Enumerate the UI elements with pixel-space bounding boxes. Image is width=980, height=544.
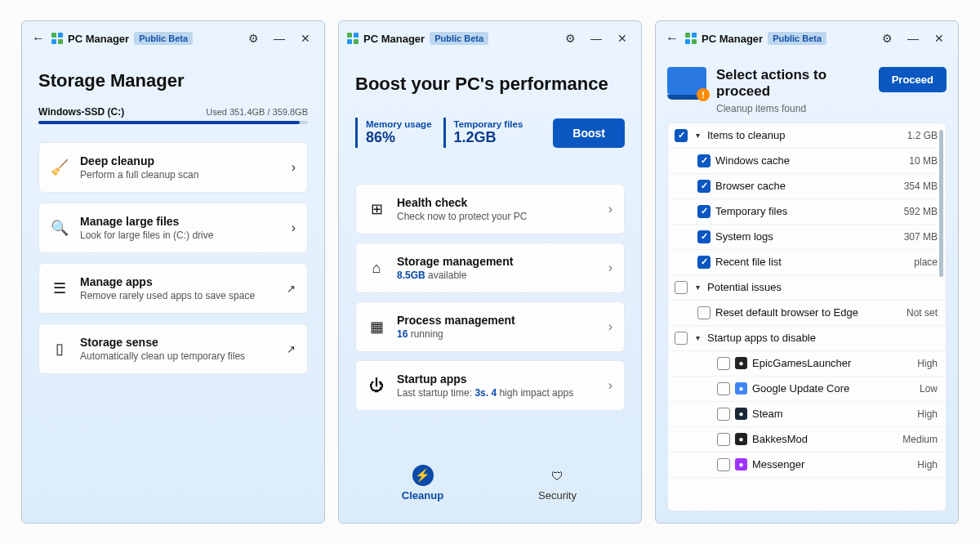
group-items-to-cleanup[interactable]: ▾ Items to cleanup 1.2 GB <box>668 123 946 149</box>
drive-usage-bar <box>38 121 308 124</box>
boost-button[interactable]: Boost <box>553 118 625 148</box>
card-manage-apps[interactable]: ☰ Manage apps Remove rarely used apps to… <box>38 263 308 314</box>
back-button[interactable]: ← <box>30 31 47 46</box>
list-item[interactable]: ●Google Update CoreLow <box>668 377 946 402</box>
list-item[interactable]: Reset default browser to EdgeNot set <box>668 301 946 326</box>
minimize-button[interactable]: — <box>586 28 607 49</box>
minimize-button[interactable]: — <box>902 28 924 49</box>
titlebar: ← PC Manager Public Beta ⚙ — ✕ <box>656 21 958 56</box>
card-subtitle: Perform a full cleanup scan <box>80 169 280 181</box>
checkbox[interactable] <box>717 357 730 370</box>
checkbox[interactable] <box>717 408 730 421</box>
minimize-button[interactable]: — <box>269 28 290 49</box>
back-button[interactable]: ← <box>664 31 680 46</box>
group-potential-issues[interactable]: ▾ Potential issues <box>668 275 946 301</box>
window-boost: PC Manager Public Beta ⚙ — ✕ Boost your … <box>338 20 642 524</box>
card-title: Storage management <box>397 255 597 268</box>
settings-button[interactable]: ⚙ <box>559 28 581 49</box>
magnify-icon: 🔍 <box>51 219 69 237</box>
list-item[interactable]: System logs307 MB <box>668 225 946 250</box>
checkbox[interactable] <box>717 382 730 395</box>
chevron-right-icon: › <box>292 160 296 175</box>
stat-temp-files: Temporary files 1.2GB <box>443 118 535 148</box>
close-button[interactable]: ✕ <box>929 28 950 49</box>
item-label: EpicGamesLauncher <box>752 357 907 369</box>
card-health-check[interactable]: ⊞ Health check Check now to protect your… <box>355 184 625 234</box>
card-title: Manage apps <box>80 275 275 288</box>
checkbox[interactable] <box>697 230 710 243</box>
app-icon: ● <box>735 433 747 445</box>
open-external-icon: ↗ <box>287 283 296 295</box>
item-label: Temporary files <box>715 205 894 217</box>
chevron-right-icon: › <box>608 202 612 216</box>
list-item[interactable]: ●MessengerHigh <box>668 453 946 478</box>
tab-cleanup[interactable]: ⚡ Cleanup <box>355 465 490 502</box>
card-subtitle: Automatically clean up temporary files <box>80 350 275 362</box>
chevron-right-icon: › <box>292 221 296 235</box>
tab-label: Cleanup <box>402 489 443 502</box>
item-value: 307 MB <box>899 231 938 243</box>
item-label: Messenger <box>752 458 907 470</box>
list-icon: ☰ <box>51 279 69 297</box>
list-item[interactable]: Browser cache354 MB <box>668 174 946 199</box>
card-subtitle: Check now to protect your PC <box>397 211 597 222</box>
item-label: Reset default browser to Edge <box>715 306 897 319</box>
item-value: High <box>912 408 938 420</box>
item-value: Medium <box>898 434 938 445</box>
scrollbar[interactable] <box>939 130 943 277</box>
group-value: 1.2 GB <box>902 130 938 141</box>
stat-label: Memory usage <box>366 119 432 129</box>
item-label: System logs <box>715 230 894 243</box>
titlebar: PC Manager Public Beta ⚙ — ✕ <box>339 21 641 56</box>
card-title: Health check <box>397 196 597 209</box>
card-process-management[interactable]: ▦ Process management 16 running › <box>355 301 625 352</box>
window-select-actions: ← PC Manager Public Beta ⚙ — ✕ ! Select … <box>655 20 959 524</box>
proceed-button[interactable]: Proceed <box>879 67 947 92</box>
item-value: 354 MB <box>899 181 938 192</box>
group-label: Startup apps to disable <box>707 332 938 344</box>
close-button[interactable]: ✕ <box>295 28 316 49</box>
app-icon: ● <box>735 408 747 420</box>
close-button[interactable]: ✕ <box>612 28 633 49</box>
card-storage-sense[interactable]: ▯ Storage sense Automatically clean up t… <box>38 323 308 374</box>
card-deep-cleanup[interactable]: 🧹 Deep cleanup Perform a full cleanup sc… <box>38 142 308 193</box>
card-manage-large-files[interactable]: 🔍 Manage large files Look for large file… <box>38 203 308 253</box>
list-item[interactable]: Windows cache10 MB <box>668 149 946 174</box>
stat-memory: Memory usage 86% <box>355 118 443 148</box>
item-value: place <box>909 256 938 268</box>
group-label: Items to cleanup <box>707 129 898 141</box>
group-startup-apps[interactable]: ▾ Startup apps to disable <box>668 326 946 351</box>
checkbox[interactable] <box>697 205 710 218</box>
checkbox[interactable] <box>697 256 710 269</box>
item-value: Low <box>915 383 938 395</box>
phone-icon: ▯ <box>51 340 69 358</box>
checkbox[interactable] <box>717 433 730 446</box>
checkbox[interactable] <box>675 281 688 294</box>
checkbox[interactable] <box>675 332 688 345</box>
card-title: Manage large files <box>80 215 280 228</box>
checkbox[interactable] <box>675 129 688 142</box>
settings-button[interactable]: ⚙ <box>243 28 264 49</box>
list-item[interactable]: ●BakkesModMedium <box>668 427 946 453</box>
settings-button[interactable]: ⚙ <box>876 28 898 49</box>
item-label: Steam <box>752 408 907 420</box>
card-title: Startup apps <box>397 372 597 386</box>
card-storage-management[interactable]: ⌂ Storage management 8.5GB available › <box>355 243 625 293</box>
card-startup-apps[interactable]: ⏻ Startup apps Last startup time: 3s. 4 … <box>355 360 625 411</box>
checkbox[interactable] <box>697 154 710 167</box>
checkbox[interactable] <box>697 306 710 319</box>
public-beta-badge: Public Beta <box>134 32 193 45</box>
list-item[interactable]: ●SteamHigh <box>668 402 946 427</box>
card-subtitle: Remove rarely used apps to save space <box>80 290 275 301</box>
tab-security[interactable]: 🛡 Security <box>490 465 625 502</box>
list-item[interactable]: Recent file listplace <box>668 250 946 275</box>
list-item[interactable]: ●EpicGamesLauncherHigh <box>668 351 946 377</box>
app-logo-icon <box>685 33 697 44</box>
open-external-icon: ↗ <box>287 343 296 355</box>
list-item[interactable]: Temporary files592 MB <box>668 199 946 225</box>
checkbox[interactable] <box>717 458 730 471</box>
laptop-warning-icon: ! <box>667 67 706 100</box>
app-title: PC Manager <box>702 33 763 45</box>
chevron-down-icon: ▾ <box>693 333 702 342</box>
checkbox[interactable] <box>697 180 710 193</box>
